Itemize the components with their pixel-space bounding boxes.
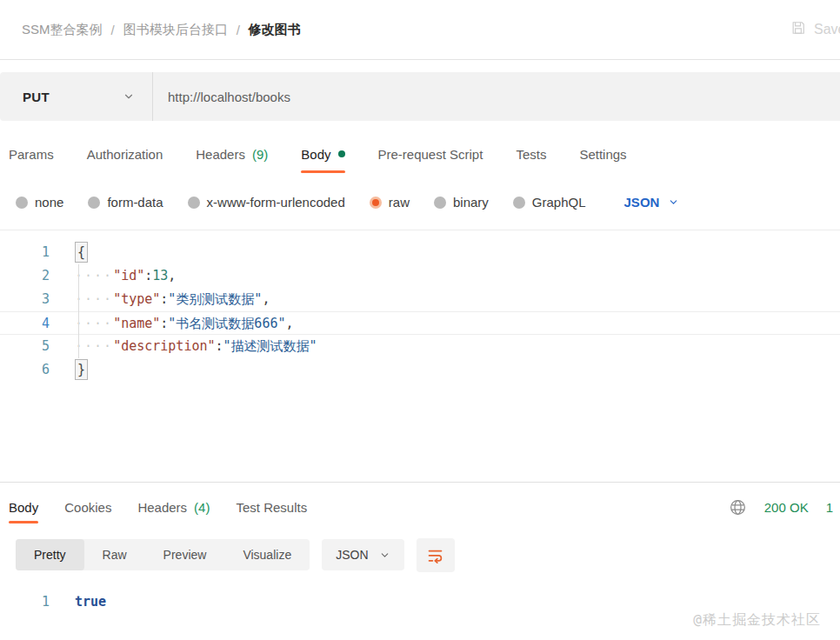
breadcrumb-collection[interactable]: SSM整合案例	[22, 22, 103, 38]
tab-settings-label: Settings	[579, 147, 626, 162]
raw-language-selector[interactable]: JSON	[624, 195, 680, 210]
json-string-value: "描述测试数据"	[223, 338, 317, 354]
whitespace-dots: ····	[75, 316, 113, 331]
radio-none[interactable]: none	[16, 195, 63, 210]
response-time[interactable]: 1	[826, 500, 833, 515]
editor-code: ····"name":"书名测试数据666",	[50, 312, 294, 334]
raw-language-label: JSON	[624, 195, 660, 210]
tab-headers[interactable]: Headers (9)	[196, 133, 268, 175]
breadcrumb-bar: SSM整合案例 / 图书模块后台接口 / 修改图书 Save	[0, 0, 840, 59]
request-url-bar: PUT http://localhost/books	[0, 72, 840, 121]
radio-binary[interactable]: binary	[434, 195, 489, 210]
colon: :	[160, 291, 168, 307]
tab-tests-label: Tests	[516, 147, 546, 162]
response-tab-test-results[interactable]: Test Results	[236, 483, 307, 531]
response-line-number: 1	[0, 590, 50, 614]
response-language-selector[interactable]: JSON	[322, 539, 403, 570]
url-input[interactable]: http://localhost/books	[153, 72, 290, 121]
chevron-down-icon	[123, 90, 135, 103]
response-tabs: Body Cookies Headers (4) Test Results	[9, 483, 307, 531]
tab-settings[interactable]: Settings	[579, 133, 626, 175]
globe-icon	[729, 498, 747, 517]
colon: :	[160, 316, 168, 331]
editor-line: 2 ····"id":13,	[0, 264, 840, 288]
breadcrumb-request-name[interactable]: 修改图书	[249, 22, 301, 38]
radio-urlencoded-dot	[188, 197, 200, 209]
json-string-value: "类别测试数据"	[168, 291, 262, 307]
editor-line: 6 }	[0, 358, 840, 382]
breadcrumb-separator: /	[111, 23, 115, 37]
json-key: "type"	[113, 291, 160, 307]
json-key: "id"	[113, 268, 144, 283]
editor-line: 5 ····"description":"描述测试数据"	[0, 335, 840, 358]
line-number: 3	[0, 288, 50, 311]
json-string-value: "书名测试数据666"	[168, 316, 285, 331]
response-tab-headers-label: Headers	[137, 500, 187, 515]
tab-headers-count: (9)	[252, 147, 268, 162]
response-body[interactable]: 1 true @稀土掘金技术社区	[0, 578, 840, 640]
radio-graphql-label: GraphQL	[532, 195, 586, 210]
whitespace-dots: ····	[75, 338, 113, 354]
tab-authorization-label: Authorization	[87, 147, 163, 162]
tab-pre-request-label: Pre-request Script	[378, 147, 483, 162]
radio-none-label: none	[35, 195, 63, 210]
line-number: 2	[0, 264, 50, 288]
tab-body[interactable]: Body	[301, 133, 344, 175]
raw-button[interactable]: Raw	[84, 539, 145, 570]
save-button-label: Save	[814, 22, 840, 37]
visualize-button[interactable]: Visualize	[224, 539, 310, 570]
watermark: @稀土掘金技术社区	[693, 611, 821, 630]
editor-code: ····"id":13,	[50, 264, 176, 288]
response-tab-cookies[interactable]: Cookies	[64, 483, 111, 531]
radio-urlencoded[interactable]: x-www-form-urlencoded	[188, 195, 345, 210]
radio-form-data-label: form-data	[107, 195, 163, 210]
radio-urlencoded-label: x-www-form-urlencoded	[207, 195, 345, 210]
response-value: true	[50, 590, 106, 614]
comma: ,	[262, 291, 270, 307]
json-number-value: 13	[152, 268, 168, 283]
editor-code: ····"type":"类别测试数据",	[50, 288, 270, 311]
tab-params[interactable]: Params	[9, 133, 54, 175]
wrap-text-button[interactable]	[417, 538, 455, 572]
request-body-editor[interactable]: 1 { 2 ····"id":13, 3 ····"type":"类别测试数据"…	[0, 230, 840, 482]
breadcrumb-separator: /	[237, 23, 240, 37]
pretty-button[interactable]: Pretty	[16, 539, 84, 570]
line-number: 5	[0, 335, 50, 358]
response-tab-headers[interactable]: Headers (4)	[137, 483, 210, 531]
line-number: 6	[0, 358, 50, 382]
tab-params-label: Params	[9, 147, 54, 162]
tab-tests[interactable]: Tests	[516, 133, 546, 175]
chevron-down-icon	[379, 550, 390, 561]
colon: :	[216, 338, 223, 354]
radio-graphql[interactable]: GraphQL	[513, 195, 586, 210]
save-button[interactable]: Save	[790, 0, 840, 59]
response-tab-body[interactable]: Body	[9, 483, 38, 531]
radio-graphql-dot	[513, 197, 525, 209]
response-tab-headers-count: (4)	[194, 500, 210, 515]
preview-button[interactable]: Preview	[145, 539, 225, 570]
response-header: Body Cookies Headers (4) Test Results 20…	[0, 483, 840, 531]
radio-raw-dot-selected	[370, 197, 382, 209]
method-label: PUT	[23, 90, 50, 104]
breadcrumb-folder[interactable]: 图书模块后台接口	[123, 22, 228, 38]
body-type-row: none form-data x-www-form-urlencoded raw…	[0, 175, 840, 230]
tab-authorization[interactable]: Authorization	[87, 133, 163, 175]
chevron-down-icon	[668, 197, 679, 208]
json-key: "description"	[113, 338, 215, 354]
method-selector[interactable]: PUT	[0, 72, 153, 121]
json-key: "name"	[113, 316, 160, 331]
body-has-content-dot	[338, 150, 345, 157]
radio-form-data[interactable]: form-data	[88, 195, 163, 210]
response-tab-body-label: Body	[9, 500, 38, 515]
response-line: 1 true	[0, 590, 840, 614]
whitespace-dots: ····	[75, 268, 113, 283]
tab-pre-request-script[interactable]: Pre-request Script	[378, 133, 483, 175]
response-view-segment: Pretty Raw Preview Visualize	[16, 539, 310, 570]
radio-raw[interactable]: raw	[370, 195, 410, 210]
request-url-row: PUT http://localhost/books	[0, 60, 840, 133]
editor-code: {	[50, 241, 88, 264]
close-brace: }	[75, 359, 88, 380]
editor-line: 1 {	[0, 241, 840, 264]
editor-code: ····"description":"描述测试数据"	[50, 335, 317, 358]
status-badge[interactable]: 200 OK	[764, 500, 809, 515]
